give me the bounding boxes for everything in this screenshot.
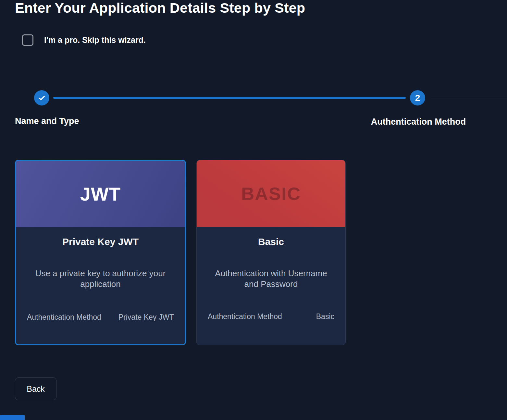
- basic-card-banner: BASIC: [197, 160, 345, 227]
- step-2-indicator[interactable]: 2: [410, 90, 425, 105]
- skip-wizard-label: I'm a pro. Skip this wizard.: [44, 35, 146, 45]
- jwt-banner-text: JWT: [80, 183, 121, 205]
- partial-bottom-button[interactable]: [0, 415, 25, 420]
- basic-meta-label: Authentication Method: [208, 312, 282, 321]
- stepper-line-completed: [53, 97, 406, 99]
- page-title: Enter Your Application Details Step by S…: [15, 0, 305, 16]
- skip-wizard-row: I'm a pro. Skip this wizard.: [22, 34, 146, 46]
- jwt-meta-value: Private Key JWT: [118, 313, 174, 322]
- stepper-line-upcoming: [431, 98, 507, 98]
- check-icon: [38, 94, 46, 102]
- step-2-number: 2: [415, 93, 420, 103]
- jwt-meta-label: Authentication Method: [27, 313, 101, 322]
- basic-card-title: Basic: [197, 236, 345, 247]
- basic-meta-value: Basic: [316, 312, 334, 321]
- basic-card-meta: Authentication Method Basic: [208, 312, 334, 321]
- back-button[interactable]: Back: [15, 377, 56, 400]
- step-1-indicator[interactable]: [34, 90, 49, 105]
- application-wizard-page: Enter Your Application Details Step by S…: [0, 0, 507, 420]
- step-2-label: Authentication Method: [365, 117, 472, 127]
- skip-wizard-checkbox[interactable]: [22, 34, 33, 46]
- jwt-card-meta: Authentication Method Private Key JWT: [27, 313, 174, 322]
- jwt-card-title: Private Key JWT: [16, 236, 185, 247]
- basic-banner-text: BASIC: [241, 183, 301, 204]
- jwt-card-description: Use a private key to authorize your appl…: [24, 268, 177, 290]
- step-1-label: Name and Type: [15, 116, 79, 126]
- auth-method-card-basic[interactable]: BASIC Basic Authentication with Username…: [196, 160, 346, 345]
- jwt-card-banner: JWT: [16, 161, 185, 227]
- auth-method-card-jwt[interactable]: JWT Private Key JWT Use a private key to…: [15, 160, 186, 345]
- basic-card-description: Authentication with Username and Passwor…: [208, 268, 334, 290]
